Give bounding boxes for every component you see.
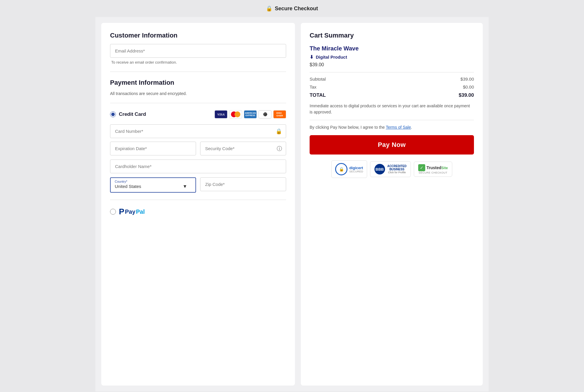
- product-price: $39.00: [310, 62, 474, 67]
- terms-pre: By clicking Pay Now below, I agree to th…: [310, 125, 386, 130]
- bbb-sub-text: Click for Profile: [387, 171, 407, 174]
- credit-card-label: Credit Card: [119, 111, 146, 117]
- total-value: $39.00: [459, 92, 474, 98]
- paypal-pay-text: Pay: [125, 208, 136, 215]
- tax-row: Tax $0.00: [310, 84, 474, 89]
- product-type-row: ⬇ Digital Product: [310, 54, 474, 60]
- expiration-input[interactable]: [110, 142, 196, 155]
- section-divider-2: [110, 103, 286, 103]
- security-code-input[interactable]: [200, 142, 286, 155]
- email-hint: To receive an email order confirmation.: [110, 60, 286, 65]
- cart-divider-2: [310, 120, 474, 120]
- security-info-icon[interactable]: ⓘ: [277, 145, 282, 152]
- payment-subtitle: All transactions are secure and encrypte…: [110, 91, 286, 96]
- paypal-method-row: P PayPal: [110, 207, 286, 216]
- payment-section-title: Payment Information: [110, 79, 286, 86]
- diners-icon: ⊕: [259, 110, 271, 118]
- terms-post: .: [411, 125, 412, 130]
- subtotal-label: Subtotal: [310, 77, 326, 82]
- access-note: Immediate access to digital products or …: [310, 103, 474, 115]
- paypal-pal-text: Pal: [136, 208, 145, 215]
- credit-card-label-group: Credit Card: [110, 111, 146, 117]
- pay-now-button[interactable]: Pay Now: [310, 135, 474, 155]
- header: 🔒 Secure Checkout: [0, 0, 584, 17]
- mastercard-icon: [229, 110, 242, 118]
- lock-icon: 🔒: [266, 5, 272, 12]
- country-label: Country*: [115, 180, 191, 183]
- customer-section-title: Customer Information: [110, 32, 286, 39]
- cart-divider-1: [310, 72, 474, 72]
- paypal-p-icon: P: [119, 207, 124, 216]
- card-lock-icon: 🔒: [276, 128, 282, 135]
- total-label: TOTAL: [310, 92, 326, 98]
- trusted-name-text: Trusted: [426, 165, 441, 170]
- trustedsite-badge: ✓ TrustedSite SECURE CHECKOUT: [414, 162, 452, 177]
- cardholder-group: [110, 159, 286, 173]
- bbb-badge: BBB ACCREDITEDBUSINESS Click for Profile: [370, 161, 411, 177]
- credit-card-radio[interactable]: [110, 111, 116, 117]
- expiration-group: [110, 142, 196, 155]
- section-divider-3: [110, 200, 286, 200]
- product-type-label: Digital Product: [316, 55, 347, 60]
- card-number-input[interactable]: [110, 124, 286, 138]
- zip-group: [200, 177, 286, 193]
- header-title: Secure Checkout: [275, 6, 318, 12]
- trust-badges: 🔒 digicert SECURED BBB ACCREDITEDBUSINES…: [310, 160, 474, 178]
- trustedsite-sub: SECURE CHECKOUT: [419, 171, 448, 174]
- trusted-site-text: Site: [441, 166, 448, 170]
- download-icon: ⬇: [310, 54, 313, 60]
- cardholder-input[interactable]: [110, 159, 286, 173]
- country-select[interactable]: United States Canada United Kingdom: [115, 184, 191, 189]
- subtotal-value: $39.00: [460, 77, 474, 82]
- discover-icon: DISCOVER: [273, 110, 286, 118]
- paypal-radio[interactable]: [110, 209, 116, 215]
- email-field[interactable]: [110, 44, 286, 58]
- terms-note: By clicking Pay Now below, I agree to th…: [310, 124, 474, 130]
- terms-link[interactable]: Terms of Sale: [386, 125, 411, 130]
- email-group: To receive an email order confirmation.: [110, 44, 286, 65]
- visa-icon: VISA: [215, 110, 227, 118]
- card-number-group: 🔒: [110, 124, 286, 138]
- amex-icon: AMERI­CAN EXPRESS: [244, 110, 257, 118]
- card-icons: VISA AMERI­CAN EXPRESS ⊕ DISCOVER: [215, 110, 286, 118]
- trustedsite-top: ✓ TrustedSite: [418, 164, 448, 171]
- exp-security-row: ⓘ: [110, 142, 286, 155]
- credit-card-method-row: Credit Card VISA AMERI­CAN EXPRESS: [110, 110, 286, 118]
- paypal-logo: P PayPal: [119, 207, 145, 216]
- customer-info-section: Customer Information To receive an email…: [110, 32, 286, 65]
- payment-info-section: Payment Information All transactions are…: [110, 79, 286, 216]
- subtotal-row: Subtotal $39.00: [310, 77, 474, 82]
- zip-input[interactable]: [200, 177, 286, 191]
- cart-title: Cart Summary: [310, 32, 474, 39]
- security-code-group: ⓘ: [200, 142, 286, 155]
- main-container: Customer Information To receive an email…: [95, 17, 489, 391]
- country-select-wrapper: United States Canada United Kingdom ▼: [115, 184, 191, 189]
- right-panel: Cart Summary The Miracle Wave ⬇ Digital …: [301, 23, 483, 386]
- country-group: Country* United States Canada United Kin…: [110, 177, 196, 193]
- country-zip-row: Country* United States Canada United Kin…: [110, 177, 286, 193]
- tax-label: Tax: [310, 84, 316, 89]
- digicert-text: digicert: [349, 166, 363, 170]
- total-row: TOTAL $39.00: [310, 92, 474, 98]
- product-name: The Miracle Wave: [310, 45, 474, 52]
- bbb-icon: BBB: [374, 164, 385, 174]
- tax-value: $0.00: [463, 84, 474, 89]
- digicert-sub: SECURED: [349, 170, 363, 173]
- digicert-badge: 🔒 digicert SECURED: [331, 160, 367, 178]
- digicert-icon: 🔒: [335, 163, 347, 175]
- trustedsite-check-icon: ✓: [418, 164, 425, 171]
- bbb-accredited-text: ACCREDITEDBUSINESS: [387, 164, 407, 171]
- left-panel: Customer Information To receive an email…: [101, 23, 295, 386]
- section-divider-1: [110, 72, 286, 72]
